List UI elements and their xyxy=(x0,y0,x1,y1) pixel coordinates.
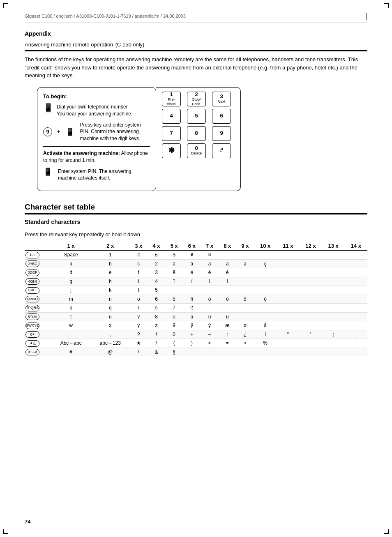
key-2: 2 Stop/Cont. xyxy=(187,92,206,106)
table-row: ★△Abc→abcabc→123★/()<=>% xyxy=(25,339,367,348)
char-cell: ! xyxy=(148,330,165,339)
corner-br xyxy=(384,529,389,534)
key-9-icon: 9 xyxy=(43,127,52,136)
char-cell xyxy=(277,321,299,330)
table-row: 9WXYZwxyz9ÿýæøå xyxy=(25,321,367,330)
char-cell: _ xyxy=(345,330,367,339)
enter-pin-text: Enter system PIN. The answering machine … xyxy=(58,168,150,182)
char-cell: p xyxy=(51,304,91,313)
char-cell xyxy=(254,277,277,286)
char-cell: u xyxy=(91,312,130,321)
char-cell: ü xyxy=(165,312,183,321)
corner-tr xyxy=(384,3,389,8)
key-5: 5 xyxy=(187,109,206,124)
char-cell: 1 xyxy=(91,251,130,260)
table-row: 8TUVtuv8üúùû xyxy=(25,312,367,321)
char-cell: ā xyxy=(236,259,254,268)
table-row: 6MNOmno6öñóòôō xyxy=(25,295,367,304)
char-cell xyxy=(277,312,299,321)
table-row: ＃→o#@\&§ xyxy=(25,348,367,356)
page: Gigaset C100 / englisch / A31008-C100-J1… xyxy=(0,0,392,537)
phone-icon: 📱 xyxy=(43,104,53,112)
col-8x: 8 x xyxy=(219,242,236,251)
key-0: 0 Delete xyxy=(187,143,206,158)
char-cell: v xyxy=(130,312,148,321)
col-2x: 2 x xyxy=(91,242,130,251)
char-cell: å xyxy=(254,321,277,330)
key-label-cell: 8TUV xyxy=(25,312,51,321)
char-cell xyxy=(254,304,277,313)
col-7x: 7 x xyxy=(201,242,218,251)
char-cell: â xyxy=(219,259,236,268)
phone-icon-3: 📱 xyxy=(43,168,52,175)
corner-tl xyxy=(3,3,8,8)
char-cell xyxy=(183,286,201,295)
char-cell: ' xyxy=(299,330,322,339)
char-cell xyxy=(236,277,254,286)
key-label-cell: 9WXYZ xyxy=(25,321,51,330)
thick-rule-top xyxy=(25,50,367,51)
char-cell xyxy=(254,312,277,321)
char-cell: e xyxy=(91,268,130,277)
char-cell: , xyxy=(91,330,130,339)
char-cell xyxy=(322,304,345,313)
char-cell: û xyxy=(219,312,236,321)
char-cell xyxy=(236,348,254,356)
char-cell: x xyxy=(91,321,130,330)
key-label-cell: 1oo xyxy=(25,251,51,260)
char-cell: ë xyxy=(165,268,183,277)
char-cell: o xyxy=(130,295,148,304)
section-heading: Answering machine remote operation (C 15… xyxy=(25,39,367,48)
char-cell: = xyxy=(219,339,236,348)
char-cell xyxy=(345,259,367,268)
char-cell xyxy=(345,339,367,348)
char-cell xyxy=(236,286,254,295)
key-label-cell: ★△ xyxy=(25,339,51,348)
char-cell: w xyxy=(51,321,91,330)
table-row: 3DEFdef3ëéèê xyxy=(25,268,367,277)
char-cell: § xyxy=(165,348,183,356)
char-cell xyxy=(299,259,322,268)
char-cell xyxy=(219,286,236,295)
char-cell xyxy=(322,277,345,286)
char-cell xyxy=(299,295,322,304)
char-cell: ★ xyxy=(130,339,148,348)
col-9x: 9 x xyxy=(236,242,254,251)
char-cell: ê xyxy=(219,268,236,277)
char-cell xyxy=(345,304,367,313)
char-cell: n xyxy=(91,295,130,304)
char-cell xyxy=(236,312,254,321)
table-row: 7PQRSpqrs7ß xyxy=(25,304,367,313)
char-cell: ß xyxy=(183,304,201,313)
char-cell: z xyxy=(148,321,165,330)
char-cell: ä xyxy=(165,259,183,268)
key-7: 7 xyxy=(162,126,181,141)
char-cell: 0 xyxy=(165,330,183,339)
char-cell: ( xyxy=(165,339,183,348)
char-cell: a xyxy=(51,259,91,268)
col-1x: 1 x xyxy=(51,242,91,251)
char-cell xyxy=(322,286,345,295)
char-cell xyxy=(299,321,322,330)
char-cell xyxy=(277,259,299,268)
char-cell xyxy=(345,312,367,321)
char-cell: í xyxy=(183,277,201,286)
key-1: 1 Pre-vious xyxy=(162,92,181,106)
char-cell: ; xyxy=(322,330,345,339)
char-cell xyxy=(236,251,254,260)
char-cell xyxy=(345,277,367,286)
plus-symbol: + xyxy=(57,128,60,136)
thin-rule-char xyxy=(25,227,367,227)
char-cell: < xyxy=(201,339,218,348)
char-cell xyxy=(322,348,345,356)
char-cell xyxy=(322,259,345,268)
char-cell: i xyxy=(254,330,277,339)
char-cell: m xyxy=(51,295,91,304)
table-row: 5JKLjkl5 xyxy=(25,286,367,295)
table-row: 4GHIghi4ïíìî xyxy=(25,277,367,286)
char-cell: – xyxy=(201,330,218,339)
char-cell xyxy=(322,312,345,321)
char-cell: abc→123 xyxy=(91,339,130,348)
char-cell: t xyxy=(51,312,91,321)
char-cell xyxy=(277,268,299,277)
